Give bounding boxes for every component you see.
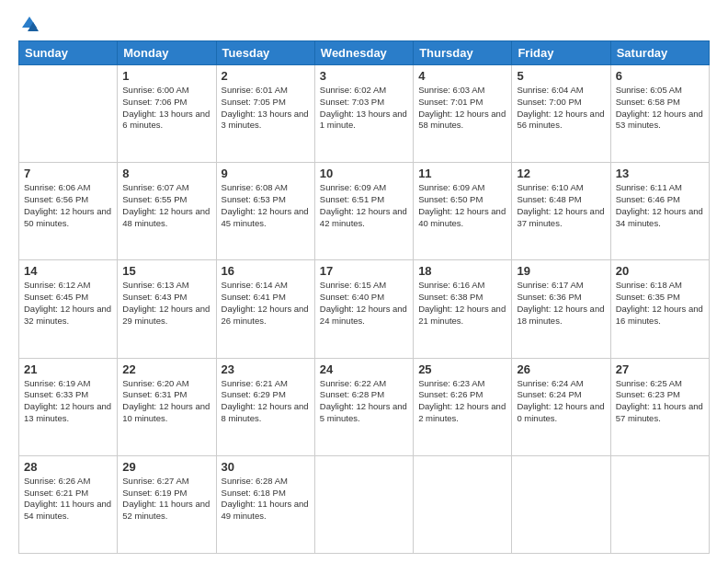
calendar-cell: 7Sunrise: 6:06 AMSunset: 6:56 PMDaylight… [19,163,118,260]
calendar-cell: 3Sunrise: 6:02 AMSunset: 7:03 PMDaylight… [314,65,413,163]
calendar-cell: 5Sunrise: 6:04 AMSunset: 7:00 PMDaylight… [512,65,610,163]
day-info: Sunrise: 6:15 AMSunset: 6:40 PMDaylight:… [320,280,408,327]
calendar-row: 7Sunrise: 6:06 AMSunset: 6:56 PMDaylight… [19,163,710,260]
calendar-row: 14Sunrise: 6:12 AMSunset: 6:45 PMDayligh… [19,260,710,358]
day-number: 18 [418,264,506,278]
day-info: Sunrise: 6:16 AMSunset: 6:38 PMDaylight:… [418,280,506,327]
day-number: 28 [24,460,112,474]
day-info: Sunrise: 6:22 AMSunset: 6:28 PMDaylight:… [320,378,408,425]
day-header: Friday [512,41,610,65]
calendar-cell: 15Sunrise: 6:13 AMSunset: 6:43 PMDayligh… [118,260,216,358]
calendar-cell: 21Sunrise: 6:19 AMSunset: 6:33 PMDayligh… [19,358,118,455]
day-header: Tuesday [216,41,314,65]
day-info: Sunrise: 6:21 AMSunset: 6:29 PMDaylight:… [222,378,310,425]
calendar-row: 28Sunrise: 6:26 AMSunset: 6:21 PMDayligh… [19,455,710,553]
calendar-cell: 6Sunrise: 6:05 AMSunset: 6:58 PMDaylight… [610,65,709,163]
calendar-cell [19,65,118,163]
day-info: Sunrise: 6:17 AMSunset: 6:36 PMDaylight:… [517,280,605,327]
day-info: Sunrise: 6:25 AMSunset: 6:23 PMDaylight:… [616,378,704,425]
day-info: Sunrise: 6:02 AMSunset: 7:03 PMDaylight:… [320,85,408,132]
day-number: 1 [122,69,210,83]
day-info: Sunrise: 6:14 AMSunset: 6:41 PMDaylight:… [222,280,310,327]
calendar-cell: 24Sunrise: 6:22 AMSunset: 6:28 PMDayligh… [314,358,413,455]
calendar-cell: 20Sunrise: 6:18 AMSunset: 6:35 PMDayligh… [610,260,709,358]
day-number: 17 [320,264,408,278]
day-info: Sunrise: 6:20 AMSunset: 6:31 PMDaylight:… [122,378,210,425]
calendar: SundayMondayTuesdayWednesdayThursdayFrid… [18,40,710,554]
calendar-cell: 29Sunrise: 6:27 AMSunset: 6:19 PMDayligh… [118,455,216,553]
calendar-cell: 9Sunrise: 6:08 AMSunset: 6:53 PMDaylight… [216,163,314,260]
day-number: 27 [616,362,704,376]
day-header: Wednesday [314,41,413,65]
day-header: Thursday [414,41,512,65]
day-info: Sunrise: 6:05 AMSunset: 6:58 PMDaylight:… [616,85,704,132]
calendar-cell: 11Sunrise: 6:09 AMSunset: 6:50 PMDayligh… [414,163,512,260]
header [18,15,710,33]
day-info: Sunrise: 6:18 AMSunset: 6:35 PMDaylight:… [616,280,704,327]
day-info: Sunrise: 6:24 AMSunset: 6:24 PMDaylight:… [517,378,605,425]
day-number: 7 [24,167,112,180]
calendar-cell [610,455,709,553]
day-header: Sunday [19,41,118,65]
day-number: 13 [616,167,704,180]
calendar-cell [512,455,610,553]
calendar-cell: 16Sunrise: 6:14 AMSunset: 6:41 PMDayligh… [216,260,314,358]
day-info: Sunrise: 6:27 AMSunset: 6:19 PMDaylight:… [122,476,210,523]
day-number: 21 [24,362,112,376]
day-number: 2 [222,69,310,83]
page: SundayMondayTuesdayWednesdayThursdayFrid… [0,0,728,563]
calendar-cell: 14Sunrise: 6:12 AMSunset: 6:45 PMDayligh… [19,260,118,358]
day-number: 15 [122,264,210,278]
calendar-cell: 8Sunrise: 6:07 AMSunset: 6:55 PMDaylight… [118,163,216,260]
day-number: 9 [222,167,310,180]
logo-icon [20,15,39,33]
calendar-cell: 23Sunrise: 6:21 AMSunset: 6:29 PMDayligh… [216,358,314,455]
day-number: 12 [517,167,605,180]
calendar-cell: 1Sunrise: 6:00 AMSunset: 7:06 PMDaylight… [118,65,216,163]
day-number: 19 [517,264,605,278]
day-number: 26 [517,362,605,376]
day-number: 20 [616,264,704,278]
day-number: 4 [418,69,506,83]
calendar-cell: 12Sunrise: 6:10 AMSunset: 6:48 PMDayligh… [512,163,610,260]
day-header: Monday [118,41,216,65]
calendar-cell: 17Sunrise: 6:15 AMSunset: 6:40 PMDayligh… [314,260,413,358]
calendar-cell: 10Sunrise: 6:09 AMSunset: 6:51 PMDayligh… [314,163,413,260]
day-info: Sunrise: 6:09 AMSunset: 6:50 PMDaylight:… [418,182,506,229]
day-number: 23 [222,362,310,376]
day-info: Sunrise: 6:04 AMSunset: 7:00 PMDaylight:… [517,85,605,132]
calendar-cell: 25Sunrise: 6:23 AMSunset: 6:26 PMDayligh… [414,358,512,455]
day-number: 25 [418,362,506,376]
calendar-cell: 22Sunrise: 6:20 AMSunset: 6:31 PMDayligh… [118,358,216,455]
calendar-cell [414,455,512,553]
calendar-cell: 28Sunrise: 6:26 AMSunset: 6:21 PMDayligh… [19,455,118,553]
day-info: Sunrise: 6:23 AMSunset: 6:26 PMDaylight:… [418,378,506,425]
day-info: Sunrise: 6:06 AMSunset: 6:56 PMDaylight:… [24,182,112,229]
calendar-cell: 4Sunrise: 6:03 AMSunset: 7:01 PMDaylight… [414,65,512,163]
calendar-header-row: SundayMondayTuesdayWednesdayThursdayFrid… [19,41,710,65]
day-info: Sunrise: 6:00 AMSunset: 7:06 PMDaylight:… [122,85,210,132]
calendar-cell [314,455,413,553]
day-number: 8 [122,167,210,180]
calendar-row: 21Sunrise: 6:19 AMSunset: 6:33 PMDayligh… [19,358,710,455]
day-info: Sunrise: 6:12 AMSunset: 6:45 PMDaylight:… [24,280,112,327]
calendar-cell: 19Sunrise: 6:17 AMSunset: 6:36 PMDayligh… [512,260,610,358]
day-info: Sunrise: 6:03 AMSunset: 7:01 PMDaylight:… [418,85,506,132]
calendar-cell: 27Sunrise: 6:25 AMSunset: 6:23 PMDayligh… [610,358,709,455]
calendar-cell: 2Sunrise: 6:01 AMSunset: 7:05 PMDaylight… [216,65,314,163]
day-info: Sunrise: 6:13 AMSunset: 6:43 PMDaylight:… [122,280,210,327]
logo [18,15,39,33]
day-info: Sunrise: 6:08 AMSunset: 6:53 PMDaylight:… [222,182,310,229]
day-number: 6 [616,69,704,83]
calendar-cell: 18Sunrise: 6:16 AMSunset: 6:38 PMDayligh… [414,260,512,358]
day-number: 30 [222,460,310,474]
day-number: 29 [122,460,210,474]
day-info: Sunrise: 6:10 AMSunset: 6:48 PMDaylight:… [517,182,605,229]
calendar-row: 1Sunrise: 6:00 AMSunset: 7:06 PMDaylight… [19,65,710,163]
day-info: Sunrise: 6:28 AMSunset: 6:18 PMDaylight:… [222,476,310,523]
day-number: 3 [320,69,408,83]
day-info: Sunrise: 6:01 AMSunset: 7:05 PMDaylight:… [222,85,310,132]
day-info: Sunrise: 6:26 AMSunset: 6:21 PMDaylight:… [24,476,112,523]
calendar-cell: 30Sunrise: 6:28 AMSunset: 6:18 PMDayligh… [216,455,314,553]
calendar-cell: 13Sunrise: 6:11 AMSunset: 6:46 PMDayligh… [610,163,709,260]
